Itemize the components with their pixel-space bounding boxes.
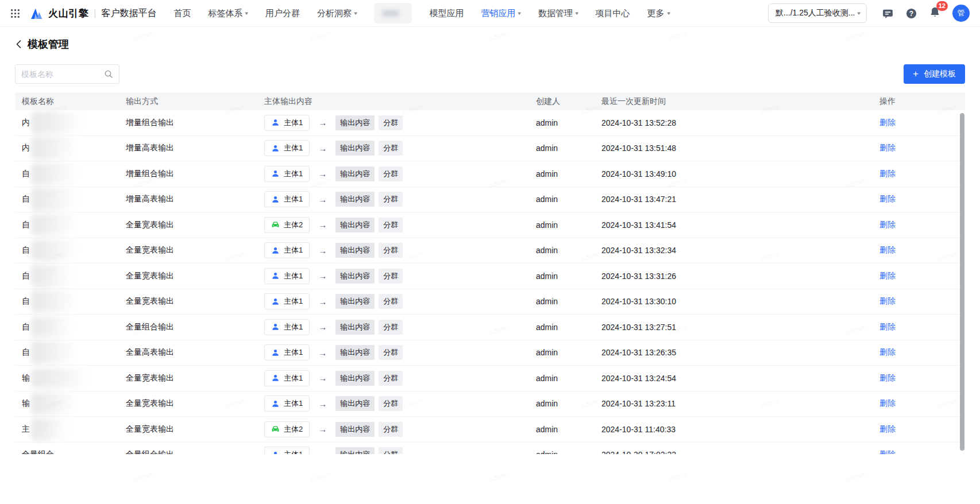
- grid-menu-icon[interactable]: [10, 9, 20, 18]
- arrow-icon: →: [318, 169, 327, 179]
- message-icon[interactable]: [882, 7, 894, 20]
- nav-item-redacted[interactable]: [374, 3, 412, 24]
- creator: admin: [536, 118, 601, 127]
- main-nav: 首页 标签体系 ▾ 用户分群 分析洞察 ▾ 模型应用 营销应用 ▾ 数据管理 ▾…: [173, 3, 670, 24]
- subject-label: 主体1: [284, 143, 303, 153]
- actions-cell: 删除: [879, 322, 965, 332]
- subject-label: 主体1: [284, 118, 303, 128]
- delete-button[interactable]: 删除: [879, 322, 896, 332]
- nav-item-data[interactable]: 数据管理 ▾: [538, 8, 578, 19]
- subject-pill: 主体1: [264, 191, 310, 207]
- arrow-icon: →: [318, 220, 327, 230]
- actions-cell: 删除: [879, 194, 965, 204]
- creator: admin: [536, 297, 601, 306]
- delete-button[interactable]: 删除: [879, 245, 896, 255]
- subject-output-cell: 主体2 → 输出内容 分群: [264, 217, 536, 233]
- delete-button[interactable]: 删除: [879, 424, 896, 435]
- table-row: 内 增量高表输出 主体1 → 输出内容 分群 admin 2024-10-31 …: [15, 136, 965, 162]
- nav-item-projects[interactable]: 项目中心: [596, 8, 630, 19]
- redacted-name-blob: [32, 317, 72, 338]
- create-template-button[interactable]: + 创建模板: [904, 64, 965, 84]
- template-name-cell: 自: [22, 341, 126, 364]
- template-name-cell: 自: [22, 265, 126, 288]
- help-icon[interactable]: ?: [905, 7, 917, 20]
- output-content-tag: 输出内容: [335, 422, 375, 437]
- output-mode: 增量高表输出: [126, 194, 264, 204]
- creator: admin: [536, 450, 601, 454]
- workspace-select[interactable]: 默.../1.25人工验收测... ▾: [768, 3, 867, 23]
- subject-pill: 主体1: [264, 166, 310, 182]
- table-body: 内 增量组合输出 主体1 → 输出内容 分群 admin 2024-10-31 …: [15, 110, 965, 454]
- delete-button[interactable]: 删除: [879, 271, 896, 281]
- subject-pill: 主体2: [264, 217, 310, 233]
- table-row: 自 全量宽表输出 主体1 → 输出内容 分群 admin 2024-10-31 …: [15, 238, 965, 264]
- table-row: 自 全量宽表输出 主体1 → 输出内容 分群 admin 2024-10-31 …: [15, 289, 965, 315]
- actions-cell: 删除: [879, 398, 965, 409]
- nav-item-segments[interactable]: 用户分群: [265, 8, 300, 19]
- redacted-name-blob: [32, 112, 82, 134]
- delete-button[interactable]: 删除: [879, 194, 896, 204]
- delete-button[interactable]: 删除: [879, 398, 896, 409]
- updated-time: 2024-10-30 17:02:22: [601, 450, 879, 454]
- delete-button[interactable]: 删除: [879, 169, 896, 179]
- person-icon: [271, 169, 280, 178]
- output-mode: 全量组合输出: [126, 322, 264, 332]
- segment-tag: 分群: [379, 141, 403, 156]
- search-input[interactable]: [21, 69, 104, 79]
- creator: admin: [536, 169, 601, 179]
- vertical-scrollbar[interactable]: [960, 113, 964, 451]
- nav-item-home[interactable]: 首页: [173, 8, 191, 19]
- subject-label: 主体1: [284, 169, 303, 179]
- subject-output-cell: 主体1 → 输出内容 分群: [264, 191, 536, 207]
- subject-label: 主体1: [284, 373, 303, 383]
- subject-pill: 主体1: [264, 115, 310, 131]
- subject-output-cell: 主体1 → 输出内容 分群: [264, 242, 536, 258]
- avatar[interactable]: 管: [952, 5, 970, 22]
- watermark-text: admin: [666, 470, 688, 484]
- segment-tag: 分群: [379, 371, 403, 386]
- delete-button[interactable]: 删除: [879, 296, 896, 307]
- redacted-name-blob: [32, 341, 75, 364]
- template-name-cell: 主: [22, 418, 126, 441]
- creator: admin: [536, 195, 601, 204]
- template-name-text: 自: [22, 245, 30, 255]
- output-mode: 全量宽表输出: [126, 424, 264, 435]
- output-mode: 全量宽表输出: [126, 271, 264, 281]
- search-icon: [104, 69, 113, 79]
- updated-time: 2024-10-31 13:47:21: [601, 195, 879, 204]
- arrow-icon: →: [318, 373, 327, 383]
- nav-item-label: 首页: [173, 8, 191, 19]
- subject-pill: 主体1: [264, 319, 310, 335]
- output-content-tag: 输出内容: [335, 115, 375, 130]
- subject-output-cell: 主体2 → 输出内容 分群: [264, 421, 536, 437]
- person-icon: [271, 451, 280, 454]
- actions-cell: 删除: [879, 373, 965, 383]
- nav-item-models[interactable]: 模型应用: [429, 8, 464, 19]
- template-search[interactable]: [15, 64, 119, 84]
- actions-cell: 删除: [879, 245, 965, 255]
- delete-button[interactable]: 删除: [879, 373, 896, 383]
- nav-item-more[interactable]: 更多 ▾: [647, 8, 670, 19]
- segment-tag: 分群: [379, 294, 403, 309]
- delete-button[interactable]: 删除: [879, 449, 896, 454]
- notifications-button[interactable]: 12: [929, 6, 941, 21]
- volcengine-logo-icon: [29, 6, 44, 21]
- segment-tag: 分群: [379, 345, 403, 360]
- nav-item-insights[interactable]: 分析洞察 ▾: [317, 8, 357, 19]
- back-button[interactable]: [15, 40, 22, 49]
- delete-button[interactable]: 删除: [879, 118, 896, 128]
- nav-item-marketing[interactable]: 营销应用 ▾: [481, 8, 521, 19]
- delete-button[interactable]: 删除: [879, 220, 896, 230]
- delete-button[interactable]: 删除: [879, 143, 896, 153]
- arrow-icon: →: [318, 399, 327, 409]
- output-content-tag: 输出内容: [335, 243, 375, 258]
- template-name-text: 内: [22, 143, 30, 153]
- actions-cell: 删除: [879, 118, 965, 128]
- updated-time: 2024-10-31 13:49:10: [601, 169, 879, 179]
- person-icon: [271, 323, 280, 331]
- redacted-name-blob: [32, 418, 67, 441]
- output-mode: 增量组合输出: [126, 118, 264, 128]
- subject-output-cell: 主体1 → 输出内容 分群: [264, 447, 536, 454]
- delete-button[interactable]: 删除: [879, 347, 896, 358]
- nav-item-tags[interactable]: 标签体系 ▾: [208, 8, 248, 19]
